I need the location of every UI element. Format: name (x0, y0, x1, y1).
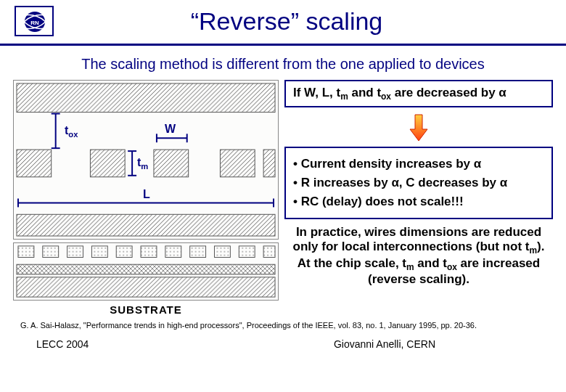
svg-rect-34 (263, 246, 275, 258)
svg-rect-30 (165, 246, 181, 258)
svg-rect-24 (18, 246, 34, 258)
svg-rect-36 (17, 277, 275, 297)
svg-rect-25 (43, 246, 59, 258)
footer-center: Giovanni Anelli, CERN (334, 338, 522, 350)
svg-rect-7 (154, 150, 189, 177)
label-tm: tm (137, 156, 148, 171)
bullet-r-c: • R increases by α, C decreases by α (293, 176, 544, 190)
slide-title: “Reverse” scaling (65, 7, 551, 36)
svg-rect-8 (220, 150, 255, 177)
svg-rect-10 (17, 214, 275, 236)
label-w: W (165, 123, 176, 136)
label-tox: tox (65, 124, 78, 139)
svg-rect-5 (17, 150, 52, 177)
svg-rect-9 (263, 150, 275, 177)
results-box: • Current density increases by α • R inc… (284, 147, 553, 219)
svg-rect-26 (67, 246, 83, 258)
bullet-rc-delay: • RC (delay) does not scale!!! (293, 195, 544, 209)
svg-rect-4 (17, 83, 275, 113)
bullet-current-density: • Current density increases by α (293, 157, 544, 171)
svg-rect-27 (91, 246, 107, 258)
condition-box: If W, L, tm and tox are decreased by α (284, 80, 553, 107)
svg-rect-32 (214, 246, 230, 258)
svg-rect-28 (116, 246, 132, 258)
svg-text:RN: RN (30, 20, 39, 26)
svg-rect-31 (190, 246, 206, 258)
substrate-label: SUBSTRATE (14, 303, 278, 316)
footer-left: LECC 2004 (36, 338, 89, 350)
svg-rect-6 (90, 150, 125, 177)
slide-footer: LECC 2004 Giovanni Anelli, CERN (0, 334, 566, 350)
practice-note: In practice, wires dimensions are reduce… (284, 219, 553, 293)
svg-rect-29 (141, 246, 157, 258)
down-arrow-icon (284, 110, 553, 147)
cern-logo: RN (15, 6, 54, 36)
slide-subtitle: The scaling method is different from the… (0, 46, 566, 80)
svg-rect-33 (239, 246, 255, 258)
slide-header: RN “Reverse” scaling (0, 0, 566, 46)
label-l: L (143, 188, 150, 201)
interconnect-diagram: tox W tm L (13, 80, 279, 240)
substrate-diagram: SUBSTRATE (13, 242, 279, 301)
svg-rect-35 (17, 264, 275, 274)
